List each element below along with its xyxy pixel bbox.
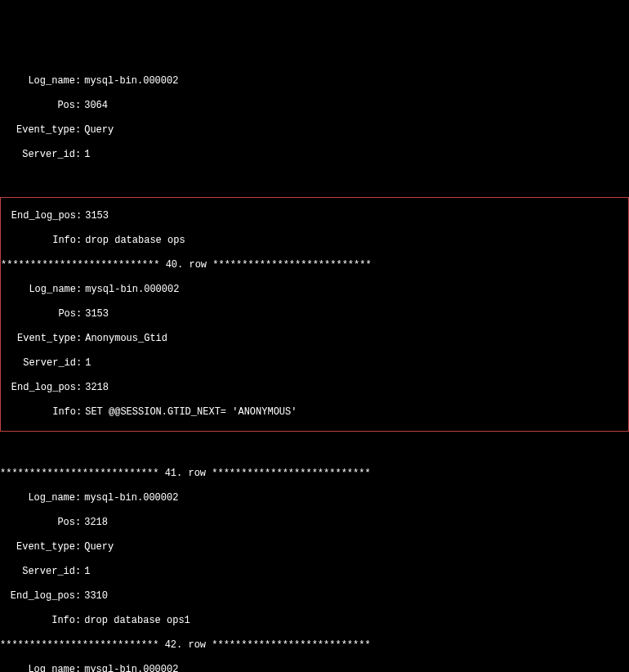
field-label: Info xyxy=(1,235,76,247)
field-label: Log_name xyxy=(0,492,75,504)
field-value: 3153 xyxy=(82,308,109,320)
field-label: Server_id xyxy=(0,566,75,578)
field-label: Server_id xyxy=(1,357,76,370)
field-value: mysql-bin.000002 xyxy=(81,492,178,504)
field-label: Log_name xyxy=(1,284,76,296)
field-label: Pos xyxy=(0,100,75,112)
log-line: End_log_pos:3310 xyxy=(0,590,629,603)
log-line: Log_name:mysql-bin.000002 xyxy=(0,75,629,87)
log-line: Event_type:Query xyxy=(0,541,629,553)
field-label: Pos xyxy=(0,517,75,529)
mid-block: *************************** 41. row ****… xyxy=(0,455,629,672)
field-value: 3218 xyxy=(81,517,108,528)
log-line: End_log_pos:3153 xyxy=(1,210,628,222)
field-value: 3218 xyxy=(82,382,109,393)
field-value: Anonymous_Gtid xyxy=(82,333,167,344)
log-line: Pos:3064 xyxy=(0,100,629,112)
row-separator: *************************** 41. row ****… xyxy=(0,468,629,480)
field-value: drop database ops1 xyxy=(81,615,190,626)
terminal-output: Log_name:mysql-bin.000002 Pos:3064 Event… xyxy=(0,49,629,672)
log-line: Pos:3153 xyxy=(1,308,628,320)
field-value: SET @@SESSION.GTID_NEXT= 'ANONYMOUS' xyxy=(82,406,297,418)
row-separator: *************************** 40. row ****… xyxy=(1,259,628,271)
field-value: 3310 xyxy=(81,590,108,602)
log-line: Server_id:1 xyxy=(0,149,629,161)
field-value: Query xyxy=(81,541,114,553)
log-line: Event_type:Anonymous_Gtid xyxy=(1,333,628,345)
field-value: drop database ops xyxy=(82,235,185,246)
log-line: Event_type:Query xyxy=(0,124,629,137)
field-value: mysql-bin.000002 xyxy=(81,664,178,672)
log-line: Info:SET @@SESSION.GTID_NEXT= 'ANONYMOUS… xyxy=(1,406,628,419)
field-label: Log_name xyxy=(0,664,75,672)
log-line: Pos:3218 xyxy=(0,517,629,529)
field-label: Server_id xyxy=(0,149,75,161)
log-line: Log_name:mysql-bin.000002 xyxy=(1,284,628,296)
field-label: End_log_pos xyxy=(1,382,76,394)
field-value: 1 xyxy=(82,357,91,369)
field-label: End_log_pos xyxy=(0,590,75,603)
field-label: Info xyxy=(1,406,76,419)
field-value: 1 xyxy=(81,566,90,577)
log-line: Info:drop database ops xyxy=(1,235,628,247)
field-value: Query xyxy=(81,124,114,136)
highlighted-box-1: End_log_pos:3153 Info:drop database ops … xyxy=(0,197,629,432)
log-line: Log_name:mysql-bin.000002 xyxy=(0,492,629,504)
field-label: Info xyxy=(0,615,75,627)
field-label: Event_type xyxy=(1,333,76,345)
field-label: End_log_pos xyxy=(1,210,76,222)
field-value: mysql-bin.000002 xyxy=(81,75,178,87)
field-value: 3064 xyxy=(81,100,108,111)
field-label: Log_name xyxy=(0,75,75,87)
log-line: Server_id:1 xyxy=(0,566,629,578)
field-label: Event_type xyxy=(0,124,75,137)
log-line: Log_name:mysql-bin.000002 xyxy=(0,664,629,672)
row-separator: *************************** 42. row ****… xyxy=(0,639,629,652)
log-line: End_log_pos:3218 xyxy=(1,382,628,394)
field-value: 3153 xyxy=(82,210,109,222)
field-label: Pos xyxy=(1,308,76,320)
field-label: Event_type xyxy=(0,541,75,553)
log-line: Info:drop database ops1 xyxy=(0,615,629,627)
intro-block: Log_name:mysql-bin.000002 Pos:3064 Event… xyxy=(0,63,629,173)
field-value: mysql-bin.000002 xyxy=(82,284,179,295)
log-line: Server_id:1 xyxy=(1,357,628,370)
field-value: 1 xyxy=(81,149,90,160)
